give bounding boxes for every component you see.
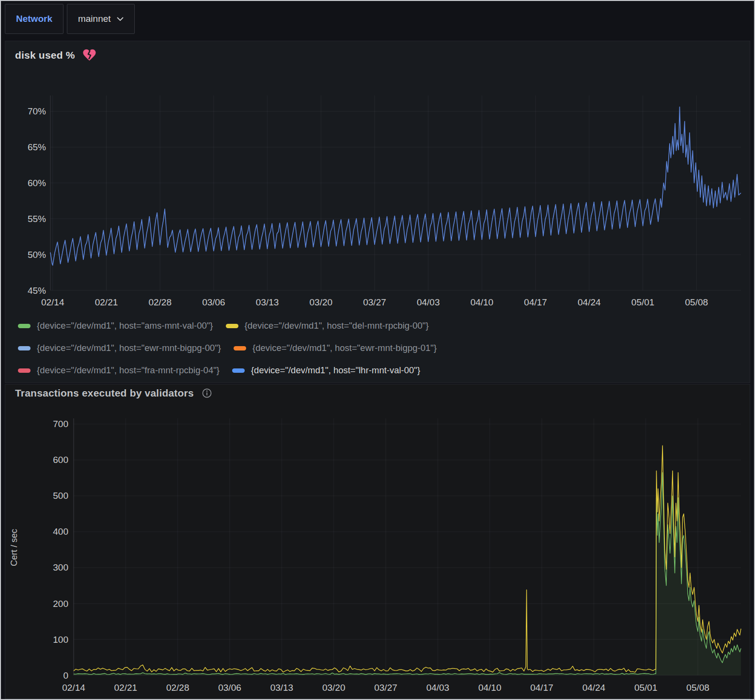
svg-text:02/14: 02/14 — [41, 297, 64, 307]
y-axis-tick-labels: 0100200300400500600700 — [53, 419, 68, 680]
legend-item[interactable]: {device="/dev/md1", host="fra-mnt-rpcbig… — [18, 365, 220, 376]
svg-text:04/17: 04/17 — [530, 683, 553, 693]
svg-text:03/27: 03/27 — [363, 297, 386, 307]
svg-text:700: 700 — [53, 419, 68, 429]
svg-text:02/28: 02/28 — [166, 683, 189, 693]
svg-text:04/03: 04/03 — [426, 683, 450, 693]
svg-text:05/08: 05/08 — [686, 683, 709, 693]
disk-panel-header[interactable]: disk used % — [15, 49, 96, 61]
disk-panel-title: disk used % — [15, 49, 75, 61]
svg-text:02/14: 02/14 — [62, 683, 85, 693]
svg-text:03/06: 03/06 — [218, 683, 241, 693]
svg-text:400: 400 — [53, 526, 68, 537]
svg-text:55%: 55% — [28, 214, 46, 224]
series-line-validators-yellow — [74, 445, 741, 672]
svg-text:04/03: 04/03 — [417, 297, 440, 307]
legend-series-label: {device="/dev/md1", host="ams-mnt-val-00… — [37, 320, 213, 331]
transactions-panel: Transactions executed by validators Cert… — [5, 384, 750, 699]
legend-series-label: {device="/dev/md1", host="ewr-mnt-bigpg-… — [37, 343, 221, 353]
dashboard-variable-bar: Network mainnet — [5, 4, 135, 34]
legend-row: {device="/dev/md1", host="fra-mnt-rpcbig… — [18, 359, 437, 382]
svg-text:03/06: 03/06 — [202, 297, 225, 307]
network-variable-value: mainnet — [78, 14, 111, 24]
svg-text:04/24: 04/24 — [578, 297, 601, 307]
svg-text:100: 100 — [53, 635, 68, 645]
series-fill-validators-green — [74, 473, 741, 675]
svg-text:04/17: 04/17 — [524, 297, 547, 307]
disk-used-panel: disk used % 45%50%55%60%65%70%02/1402/21… — [5, 41, 750, 383]
svg-text:60%: 60% — [28, 178, 46, 188]
legend-item[interactable]: {device="/dev/md1", host="ewr-mnt-bigpg-… — [234, 343, 437, 353]
legend-series-swatch — [18, 324, 31, 328]
svg-text:05/01: 05/01 — [634, 683, 658, 693]
svg-text:200: 200 — [53, 599, 68, 609]
tx-panel-header[interactable]: Transactions executed by validators — [15, 387, 212, 399]
chevron-down-icon — [117, 17, 124, 21]
svg-text:04/10: 04/10 — [471, 297, 494, 307]
info-icon[interactable] — [202, 388, 212, 398]
legend-series-swatch — [232, 368, 245, 373]
legend-series-swatch — [18, 346, 31, 350]
svg-text:03/13: 03/13 — [270, 683, 294, 693]
svg-text:45%: 45% — [28, 286, 46, 296]
svg-text:05/08: 05/08 — [685, 297, 708, 307]
transactions-chart[interactable]: 010020030040050060070002/1402/2102/2803/… — [5, 414, 751, 700]
legend-row: {device="/dev/md1", host="ewr-mnt-bigpg-… — [18, 337, 437, 359]
svg-text:03/20: 03/20 — [322, 683, 346, 693]
legend-item[interactable]: {device="/dev/md1", host="ewr-mnt-bigpg-… — [18, 343, 221, 353]
legend-row: {device="/dev/md1", host="ams-mnt-val-00… — [18, 315, 437, 337]
network-variable-dropdown[interactable]: mainnet — [67, 4, 135, 34]
network-variable-label: Network — [16, 14, 52, 24]
grid-lines — [74, 418, 741, 675]
svg-text:50%: 50% — [28, 250, 46, 260]
svg-text:70%: 70% — [28, 106, 46, 116]
legend-series-swatch — [226, 324, 238, 328]
svg-text:02/21: 02/21 — [95, 297, 118, 307]
legend-series-label: {device="/dev/md1", host="lhr-mnt-val-00… — [251, 365, 420, 376]
grid-lines — [50, 95, 741, 290]
svg-text:03/13: 03/13 — [256, 297, 279, 307]
broken-heart-icon — [83, 49, 96, 61]
svg-text:600: 600 — [53, 455, 68, 465]
x-axis-tick-labels: 02/1402/2102/2803/0603/1303/2003/2704/03… — [41, 297, 708, 307]
svg-text:05/01: 05/01 — [631, 297, 655, 307]
legend-series-label: {device="/dev/md1", host="del-mnt-rpcbig… — [245, 320, 429, 331]
y-axis-tick-labels: 45%50%55%60%65%70% — [28, 106, 46, 296]
legend-series-swatch — [18, 368, 31, 373]
svg-text:02/21: 02/21 — [114, 683, 138, 693]
disk-chart-legend: {device="/dev/md1", host="ams-mnt-val-00… — [18, 315, 437, 382]
disk-used-chart[interactable]: 45%50%55%60%65%70%02/1402/2102/2803/0603… — [5, 92, 751, 311]
legend-item[interactable]: {device="/dev/md1", host="lhr-mnt-val-00… — [232, 365, 420, 376]
svg-text:03/20: 03/20 — [310, 297, 333, 307]
svg-text:500: 500 — [53, 491, 68, 501]
svg-text:0: 0 — [63, 670, 68, 681]
svg-text:02/28: 02/28 — [148, 297, 172, 307]
x-axis-tick-labels: 02/1402/2102/2803/0603/1303/2003/2704/03… — [62, 683, 709, 693]
legend-series-label: {device="/dev/md1", host="fra-mnt-rpcbig… — [37, 365, 220, 376]
svg-text:65%: 65% — [28, 142, 46, 152]
series-line-validators-green — [74, 473, 741, 675]
series-line-{device= — [50, 107, 741, 266]
svg-text:300: 300 — [53, 562, 68, 573]
svg-text:04/10: 04/10 — [478, 683, 502, 693]
legend-item[interactable]: {device="/dev/md1", host="del-mnt-rpcbig… — [226, 320, 429, 331]
svg-text:03/27: 03/27 — [374, 683, 397, 693]
legend-series-swatch — [234, 346, 246, 350]
tx-panel-title: Transactions executed by validators — [15, 387, 194, 399]
svg-text:04/24: 04/24 — [582, 683, 606, 693]
network-variable-label-box: Network — [5, 4, 63, 34]
legend-item[interactable]: {device="/dev/md1", host="ams-mnt-val-00… — [18, 320, 213, 331]
legend-series-label: {device="/dev/md1", host="ewr-mnt-bigpg-… — [252, 343, 437, 353]
